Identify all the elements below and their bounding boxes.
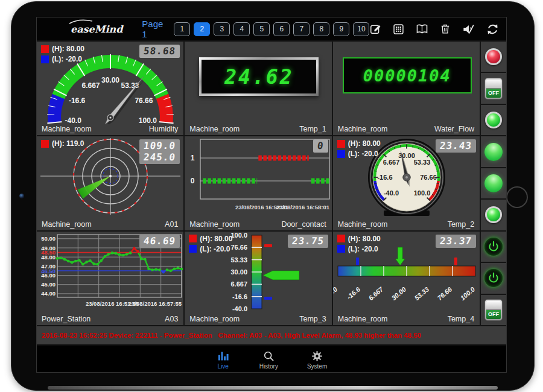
red-alarm-lamp xyxy=(485,48,502,65)
low-limit-label: (L): -20.0 xyxy=(348,150,378,158)
app-screen: easeMind Page 1 12345678910 (H): 80.00 (… xyxy=(36,17,507,373)
channel-label: Door_contact xyxy=(281,220,326,229)
tablet-edge xyxy=(48,386,498,390)
page-button-1[interactable]: 1 xyxy=(174,22,190,36)
logo-swoosh-icon xyxy=(68,19,94,25)
panel-waterflow[interactable]: 00000104 Machine_room Water_Flow xyxy=(333,42,481,136)
panel-doorcontact[interactable]: 0 1023/08/2016 16:52:3123/08/2016 16:58:… xyxy=(185,136,332,231)
indicator-cell-3 xyxy=(481,105,506,136)
svg-text:-16.6: -16.6 xyxy=(69,96,86,105)
low-limit-chip xyxy=(337,150,345,158)
page-buttons: 12345678910 xyxy=(174,22,369,36)
channel-label: Water_Flow xyxy=(434,125,474,133)
low-limit-label: (L): -20.0 xyxy=(52,55,82,63)
refresh-icon[interactable] xyxy=(486,22,500,36)
edit-icon[interactable] xyxy=(369,23,382,36)
high-limit-chip xyxy=(337,140,345,148)
page-button-4[interactable]: 4 xyxy=(233,22,250,36)
high-limit-label: (H): 80.00 xyxy=(52,45,84,53)
svg-text:6.667: 6.667 xyxy=(81,81,100,90)
page-button-10[interactable]: 10 xyxy=(353,22,369,36)
legend: (H): 80.00 (L): -20.0 xyxy=(41,45,84,65)
svg-text:53.33: 53.33 xyxy=(413,159,430,166)
svg-text:100.0: 100.0 xyxy=(413,189,430,197)
power-button[interactable] xyxy=(484,238,503,256)
svg-text:-16.6: -16.6 xyxy=(232,292,247,300)
alarm-bar: 2016-08-23 16:52:25 Device: 222111 - Pow… xyxy=(37,326,506,346)
svg-text:30.00: 30.00 xyxy=(101,76,119,84)
page-button-5[interactable]: 5 xyxy=(253,22,270,36)
low-limit-chip xyxy=(337,245,345,253)
door-contact-chart: 1023/08/2016 16:52:3123/08/2016 16:58:01 xyxy=(185,136,332,219)
device-label: Power_Station xyxy=(42,315,91,323)
svg-text:48.00: 48.00 xyxy=(41,253,56,260)
device-label: Machine_room xyxy=(338,315,388,323)
svg-text:6.667: 6.667 xyxy=(367,285,384,301)
high-limit-label: (H): 80.00 xyxy=(200,235,232,243)
low-limit-label: (L): -20.0 xyxy=(348,245,378,253)
indicator-cell-1 xyxy=(481,42,506,73)
high-limit-label: (H): 80.00 xyxy=(348,139,381,148)
toolbar-actions xyxy=(369,22,500,36)
lcd-digits: 24.62 xyxy=(224,65,293,89)
svg-text:44.00: 44.00 xyxy=(41,290,56,297)
page-button-3[interactable]: 3 xyxy=(214,22,230,36)
bottom-nav: LiveHistorySystem xyxy=(37,346,506,373)
svg-text:100.0: 100.0 xyxy=(231,232,248,239)
history-icon xyxy=(262,350,275,362)
value-display: 23.37 xyxy=(436,235,476,248)
nav-system[interactable]: System xyxy=(307,350,327,370)
panel-temp4[interactable]: (H): 80.00 (L): -20.0 23.37 -40.0-16.66.… xyxy=(333,232,481,326)
svg-text:0: 0 xyxy=(191,177,195,185)
panel-temp2[interactable]: (H): 80.00 (L): -20.0 23.43 -40.0-16.66.… xyxy=(333,136,481,231)
grid-icon[interactable] xyxy=(392,23,405,36)
page-button-7[interactable]: 7 xyxy=(293,22,310,36)
value-display: 46.69 xyxy=(139,235,180,248)
app-logo: easeMind xyxy=(71,24,122,35)
green-status-lamp xyxy=(485,206,502,223)
home-button[interactable] xyxy=(506,186,528,208)
page-button-2[interactable]: 2 xyxy=(194,22,210,36)
page-button-9[interactable]: 9 xyxy=(333,22,349,36)
panel-temp1[interactable]: 24.62 Machine_room Temp_1 xyxy=(185,42,332,136)
panel-a01[interactable]: (H): 119.0 109.0 245.0 Machine_room A01 xyxy=(37,136,185,231)
nav-live[interactable]: Live xyxy=(216,350,230,370)
panel-temp3[interactable]: (H): 80.00 (L): -20.0 23.75 100.076.6653… xyxy=(185,232,332,326)
value-display: 58.68 xyxy=(139,45,180,58)
panel-humidity[interactable]: (H): 80.00 (L): -20.0 58.68 -40.0-16.66.… xyxy=(37,42,185,136)
off-switch[interactable]: OFF xyxy=(484,299,503,321)
logo-text: easeMind xyxy=(71,24,122,35)
switch-rocker xyxy=(486,80,501,89)
trash-icon[interactable] xyxy=(439,23,451,35)
channel-label: Temp_1 xyxy=(299,125,326,133)
indicator-cell-7 xyxy=(481,232,506,263)
switch-label: OFF xyxy=(486,310,501,319)
svg-text:-40.0: -40.0 xyxy=(384,189,399,197)
svg-text:76.66: 76.66 xyxy=(231,244,248,251)
svg-text:-40.0: -40.0 xyxy=(65,116,82,124)
nav-history[interactable]: History xyxy=(259,350,278,370)
channel-label: Humidity xyxy=(149,125,179,133)
svg-text:100.0: 100.0 xyxy=(139,116,157,124)
book-icon[interactable] xyxy=(415,22,429,36)
page-label: Page 1 xyxy=(142,19,163,39)
counter-digits: 00000104 xyxy=(363,66,451,85)
channel-label: A01 xyxy=(165,220,178,229)
nav-label: Live xyxy=(218,363,229,370)
svg-text:46.00: 46.00 xyxy=(41,272,56,279)
mute-icon[interactable] xyxy=(462,22,475,36)
high-limit-label: (H): 80.00 xyxy=(348,235,381,243)
panel-a03[interactable]: 46.69 50.0049.0048.5048.0047.0046.5046.0… xyxy=(37,232,185,326)
high-limit-chip xyxy=(41,45,49,53)
page-button-6[interactable]: 6 xyxy=(273,22,290,36)
page-button-8[interactable]: 8 xyxy=(313,22,329,36)
power-button[interactable] xyxy=(484,269,503,287)
device-label: Machine_room xyxy=(189,315,240,323)
indicator-cell-8 xyxy=(481,263,506,294)
svg-text:-16.6: -16.6 xyxy=(377,174,392,181)
off-switch[interactable]: OFF xyxy=(484,78,503,100)
svg-text:45.00: 45.00 xyxy=(41,281,56,288)
lcd-display: 24.62 xyxy=(199,57,319,96)
high-limit-chip xyxy=(337,235,345,242)
svg-text:53.33: 53.33 xyxy=(231,256,248,263)
